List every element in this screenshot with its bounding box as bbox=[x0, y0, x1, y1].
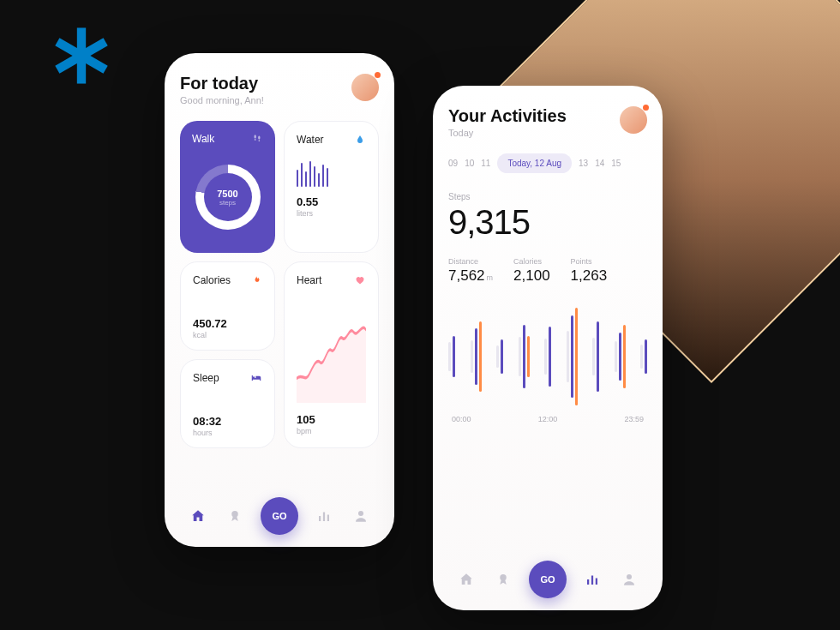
time-axis: 00:00 12:00 23:59 bbox=[448, 415, 647, 423]
sleep-value: 08:32 bbox=[193, 415, 262, 428]
calories-label: Calories bbox=[193, 274, 231, 286]
bottom-nav: GO bbox=[165, 497, 394, 535]
svg-point-12 bbox=[627, 574, 632, 579]
svg-rect-10 bbox=[591, 576, 593, 585]
water-card[interactable]: Water 0.55 liters bbox=[284, 121, 379, 253]
walk-label: Walk bbox=[192, 133, 214, 145]
distance-value: 7,562 bbox=[448, 267, 485, 284]
svg-point-7 bbox=[358, 511, 363, 516]
sleep-card[interactable]: Sleep 08:32 hours bbox=[180, 359, 275, 448]
water-unit: liters bbox=[297, 209, 366, 218]
walk-progress-ring: 7500 steps bbox=[195, 165, 261, 230]
activity-bar-chart bbox=[448, 305, 647, 408]
nav-home[interactable] bbox=[456, 569, 477, 590]
calories-value: 450.72 bbox=[193, 317, 262, 330]
droplet-icon bbox=[354, 134, 366, 146]
nav-medal[interactable] bbox=[493, 569, 513, 590]
heart-unit: bpm bbox=[297, 427, 366, 435]
calories-label: Calories bbox=[513, 257, 550, 266]
nav-medal[interactable] bbox=[225, 506, 245, 526]
subtitle: Today bbox=[448, 128, 567, 138]
calories-unit: kcal bbox=[193, 331, 262, 339]
phone-screen-today: For today Good morning, Ann! Walk 7500 s… bbox=[165, 53, 394, 547]
heart-icon bbox=[354, 274, 366, 286]
header: Your Activities Today bbox=[448, 106, 647, 138]
calories-value: 2,100 bbox=[513, 267, 550, 285]
points-value: 1,263 bbox=[571, 267, 608, 285]
page-title: For today bbox=[180, 74, 264, 93]
flame-icon bbox=[250, 274, 262, 286]
walk-value: 7500 bbox=[217, 189, 237, 199]
time-label: 12:00 bbox=[538, 415, 558, 423]
svg-point-8 bbox=[500, 574, 507, 581]
points-label: Points bbox=[571, 257, 608, 266]
date-item[interactable]: 09 bbox=[448, 159, 458, 168]
date-item[interactable]: 10 bbox=[465, 159, 474, 168]
header: For today Good morning, Ann! bbox=[180, 74, 379, 105]
svg-point-3 bbox=[231, 511, 238, 518]
heart-label: Heart bbox=[297, 274, 321, 286]
sleep-unit: hours bbox=[193, 429, 262, 437]
svg-rect-5 bbox=[323, 513, 325, 522]
sleep-label: Sleep bbox=[193, 372, 219, 384]
nav-profile[interactable] bbox=[351, 506, 371, 526]
greeting-text: Good morning, Ann! bbox=[180, 95, 264, 105]
distance-label: Distance bbox=[448, 257, 493, 266]
date-item-current[interactable]: Today, 12 Aug bbox=[497, 153, 572, 173]
date-item[interactable]: 11 bbox=[481, 159, 490, 168]
date-item[interactable]: 13 bbox=[579, 159, 588, 168]
phone-screen-activities: Your Activities Today 09 10 11 Today, 12… bbox=[433, 86, 663, 610]
time-label: 23:59 bbox=[624, 415, 644, 423]
water-bar-chart bbox=[297, 156, 366, 187]
avatar[interactable] bbox=[351, 74, 379, 101]
stats-row: Distance 7,562m Calories 2,100 Points 1,… bbox=[448, 257, 647, 285]
bed-icon bbox=[250, 372, 262, 384]
nav-home[interactable] bbox=[188, 506, 208, 526]
asterisk-logo-icon bbox=[50, 24, 113, 87]
walk-unit: steps bbox=[219, 199, 236, 207]
time-label: 00:00 bbox=[452, 415, 471, 423]
water-value: 0.55 bbox=[297, 195, 366, 208]
heart-line-chart bbox=[297, 302, 366, 403]
avatar[interactable] bbox=[620, 106, 647, 134]
date-item[interactable]: 15 bbox=[611, 159, 621, 168]
heart-value: 105 bbox=[297, 413, 366, 426]
page-title: Your Activities bbox=[448, 106, 567, 126]
date-item[interactable]: 14 bbox=[595, 159, 604, 168]
bottom-nav: GO bbox=[433, 561, 663, 598]
svg-rect-9 bbox=[587, 579, 589, 585]
water-label: Water bbox=[297, 134, 324, 146]
go-button[interactable]: GO bbox=[261, 497, 298, 535]
svg-rect-11 bbox=[596, 579, 597, 585]
footsteps-icon bbox=[251, 133, 263, 145]
calories-card[interactable]: Calories 450.72 kcal bbox=[180, 261, 275, 351]
nav-profile[interactable] bbox=[619, 569, 639, 590]
date-selector[interactable]: 09 10 11 Today, 12 Aug 13 14 15 bbox=[448, 153, 647, 173]
steps-value: 9,315 bbox=[448, 203, 647, 242]
distance-unit: m bbox=[487, 273, 494, 282]
nav-stats[interactable] bbox=[582, 569, 603, 590]
svg-rect-4 bbox=[319, 516, 321, 521]
walk-card[interactable]: Walk 7500 steps bbox=[180, 121, 275, 253]
go-button[interactable]: GO bbox=[529, 561, 567, 598]
nav-stats[interactable] bbox=[314, 506, 334, 526]
steps-label: Steps bbox=[448, 192, 647, 201]
heart-card[interactable]: Heart 105 bpm bbox=[284, 261, 379, 448]
svg-rect-6 bbox=[327, 515, 329, 522]
